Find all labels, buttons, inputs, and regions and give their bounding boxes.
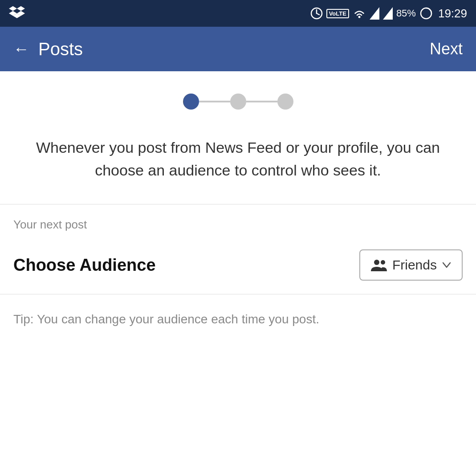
clock-icon [310, 7, 323, 20]
svg-point-8 [358, 16, 360, 18]
audience-label-text: Friends [392, 257, 437, 273]
friends-icon [371, 258, 387, 272]
choose-audience-label: Choose Audience [13, 256, 156, 275]
battery-percentage: 85% [396, 8, 416, 19]
section-label: Your next post [0, 204, 476, 241]
svg-marker-10 [383, 7, 393, 20]
step-line-2 [246, 101, 277, 102]
status-bar-left [9, 5, 25, 21]
svg-point-12 [374, 260, 379, 265]
step-dot-2 [230, 94, 246, 110]
status-bar: VoLTE 85% 19:29 [0, 0, 476, 27]
tip-text: Tip: You can change your audience each t… [0, 294, 476, 344]
dropbox-icon [9, 5, 25, 21]
status-bar-right: VoLTE 85% 19:29 [310, 7, 467, 20]
svg-line-7 [317, 13, 319, 15]
time-display: 19:29 [438, 7, 467, 20]
next-button[interactable]: Next [430, 40, 463, 58]
svg-point-13 [381, 260, 385, 265]
page-title: Posts [38, 39, 83, 59]
header-left: ← Posts [13, 39, 83, 59]
svg-marker-9 [370, 7, 379, 20]
main-content: Whenever you post from News Feed or your… [0, 71, 476, 465]
audience-row: Choose Audience Friends [0, 241, 476, 294]
battery-icon [419, 7, 433, 20]
signal-icon-1 [370, 7, 379, 20]
svg-marker-1 [17, 6, 25, 11]
step-indicator [0, 71, 476, 127]
back-button[interactable]: ← [13, 40, 29, 58]
wifi-icon [353, 8, 366, 19]
step-dot-3 [277, 94, 293, 110]
description-text: Whenever you post from News Feed or your… [0, 127, 476, 204]
audience-selector-button[interactable]: Friends [359, 249, 463, 281]
signal-icon-2 [383, 7, 393, 20]
chevron-down-icon [442, 262, 451, 268]
volte-badge: VoLTE [326, 9, 349, 18]
svg-marker-0 [9, 6, 17, 11]
step-line-1 [199, 101, 230, 102]
app-header: ← Posts Next [0, 27, 476, 71]
step-dot-1 [183, 94, 199, 110]
